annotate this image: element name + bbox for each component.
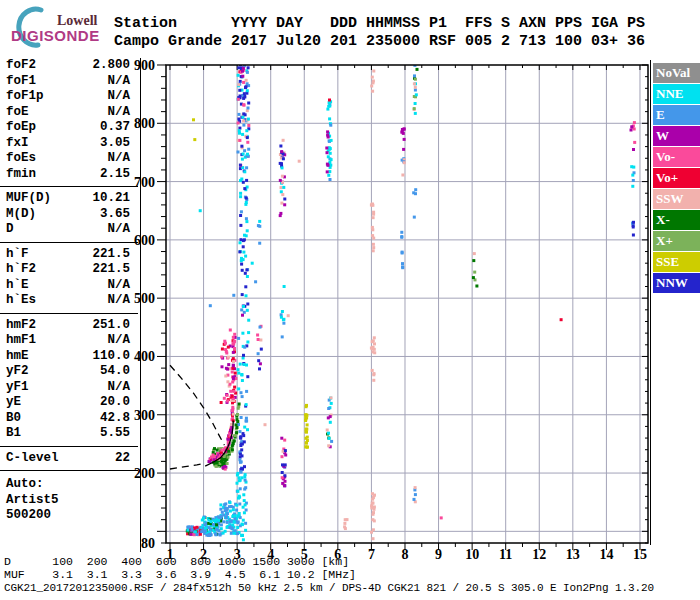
plot-border: [166, 65, 648, 543]
file-info-row: CGK21_2017201235000.RSF / 284fx512h 50 k…: [4, 582, 654, 594]
legend-item-x-: X-: [653, 210, 700, 230]
svg-text:700: 700: [134, 175, 155, 190]
legend-item-nnw: NNW: [653, 273, 700, 293]
legend-separator-line: [650, 60, 651, 545]
ionogram-plot: 9008007006005004003002008012345678910111…: [0, 0, 700, 600]
svg-text:11: 11: [499, 547, 512, 562]
legend-item-x+: X+: [653, 231, 700, 251]
axis-ticks: [157, 65, 648, 550]
svg-text:900: 900: [134, 58, 155, 73]
svg-text:13: 13: [566, 547, 580, 562]
svg-text:800: 800: [134, 116, 155, 131]
svg-text:200: 200: [134, 466, 155, 481]
legend-item-e: E: [653, 105, 700, 125]
legend-item-noval: NoVal: [653, 63, 700, 83]
svg-text:600: 600: [134, 233, 155, 248]
distance-row: D 100 200 400 600 800 1000 1500 3000 [km…: [4, 555, 349, 568]
svg-text:500: 500: [134, 291, 155, 306]
legend-item-vo-: Vo-: [653, 147, 700, 167]
legend-item-vo+: Vo+: [653, 168, 700, 188]
echo-points: [186, 62, 636, 541]
profile-curves: [170, 365, 233, 469]
legend-item-nne: NNE: [653, 84, 700, 104]
svg-text:80: 80: [141, 536, 155, 551]
svg-text:8: 8: [401, 547, 408, 562]
svg-text:15: 15: [633, 547, 647, 562]
svg-text:300: 300: [134, 408, 155, 423]
legend-item-ssw: SSW: [653, 189, 700, 209]
svg-text:10: 10: [465, 547, 479, 562]
grid-lines: [166, 65, 648, 543]
svg-text:12: 12: [532, 547, 546, 562]
legend-item-w: W: [653, 126, 700, 146]
svg-text:14: 14: [599, 547, 613, 562]
muf-row: MUF 3.1 3.1 3.3 3.6 3.9 4.5 6.1 10.2 [MH…: [4, 568, 356, 581]
svg-text:400: 400: [134, 349, 155, 364]
legend-item-sse: SSE: [653, 252, 700, 272]
svg-text:7: 7: [368, 547, 375, 562]
axis-labels: 9008007006005004003002008012345678910111…: [134, 58, 647, 562]
svg-text:9: 9: [435, 547, 442, 562]
